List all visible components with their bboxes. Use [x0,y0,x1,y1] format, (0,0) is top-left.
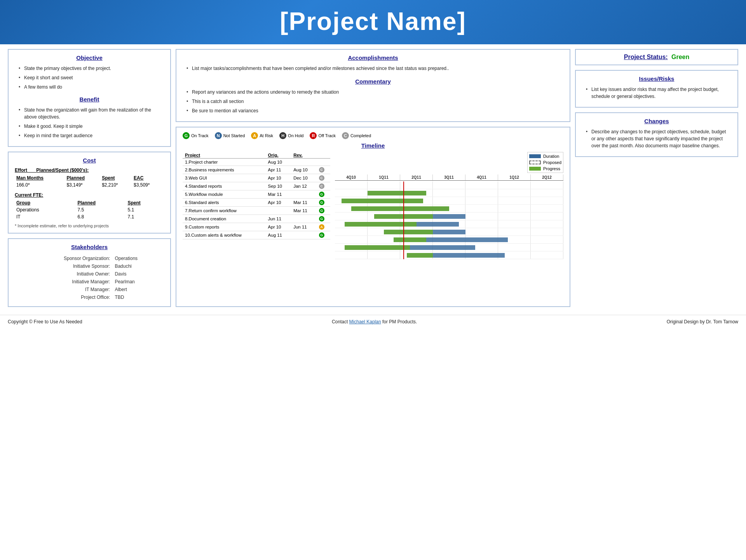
cost-note: * Incomplete estimate, refer to underlyi… [15,223,164,228]
changes-panel: Changes Describe any changes to the proj… [575,112,738,157]
table-row: Project Office:TBD [16,294,163,301]
legend-item: GOn Track [183,132,209,139]
stakeholders-panel: Stakeholders Sponsor Organization:Operat… [8,238,171,307]
table-row: Initiative Sponsor:Baduchi [16,263,163,270]
right-column: Project Status: Green Issues/Risks List … [575,49,738,307]
fte-table: Group Planned Spent Operations 7.5 5.1 I… [15,199,164,220]
gantt-axis-label: 1Q11 [368,174,400,180]
gantt-row [335,213,563,220]
accomplishments-panel: Accomplishments List major tasks/accompl… [176,49,570,122]
table-row: 8.Document creationJun 11G [183,215,330,223]
stakeholders-title: Stakeholders [15,244,164,250]
legend-item: ROff Track [310,132,335,139]
timeline-panel: GOn TrackNNot StartedAAt RiskHOn HoldROf… [176,127,570,307]
table-row: 2.Business requirementsApr 11Aug 10C [183,166,330,174]
table-row: 4.Standard reportsSep 10Jan 12C [183,182,330,190]
table-row: 3.Web GUIApr 10Dec 10C [183,174,330,182]
project-table: Project Orig. Rev. 1.Project charterAug … [183,152,330,239]
gantt-axis-label: 4Q10 [335,174,368,180]
table-row: IT 6.8 7.1 [15,213,164,220]
status-panel: Project Status: Green [575,49,738,65]
legend-item: CCompleted [342,132,371,139]
footer-link[interactable]: Michael Kaplan [349,319,381,324]
gantt-progress-bar [345,245,410,250]
cost-title: Cost [15,157,164,164]
gantt-area: Duration Proposed Progress [335,152,563,259]
list-item: List major tasks/accomplishments that ha… [186,65,563,72]
table-row: Sponsor Organization:Operations [16,255,163,262]
stakeholders-table: Sponsor Organization:OperationsInitiativ… [15,254,164,302]
benefit-list: State how the organization will gain fro… [15,106,164,139]
table-row: Operations 7.5 5.1 [15,206,164,213]
main-content: Objective State the primary objectives o… [0,44,746,312]
benefit-title: Benefit [15,96,164,103]
table-row: 6.Standard alertsApr 10Mar 11G [183,199,330,207]
objective-list: State the primary objectives of the proj… [15,65,164,91]
gantt-row [335,244,563,251]
gantt-row [335,228,563,236]
issues-list: List key issues and/or risks that may af… [582,86,731,100]
list-item: List key issues and/or risks that may af… [586,86,731,100]
gantt-progress-bar [342,199,423,203]
table-row: IT Manager:Albert [16,286,163,293]
table-row: 10.Custom alerts & workflowAug 11G [183,231,330,239]
gantt-row [335,236,563,244]
gantt-axis-label: 2Q11 [400,174,433,180]
accomplishments-list: List major tasks/accomplishments that ha… [183,65,563,72]
gantt-row [335,205,563,213]
gantt-axis: 4Q101Q112Q113Q114Q111Q122Q12 [335,174,563,181]
commentary-title: Commentary [183,78,563,85]
gantt-row [335,251,563,259]
list-item: State how the organization will gain fro… [19,106,164,120]
progress-legend-bar [529,167,541,171]
duration-legend-label: Duration [543,154,560,159]
gantt-axis-label: 2Q12 [531,174,563,180]
center-column: Accomplishments List major tasks/accompl… [176,49,570,307]
timeline-container: Project Orig. Rev. 1.Project charterAug … [183,152,563,259]
list-item: Keep it short and sweet [19,74,164,81]
table-row: 7.Return confirm workflowMar 11G [183,207,330,215]
objective-panel: Objective State the primary objectives o… [8,49,171,147]
timeline-projects: Project Orig. Rev. 1.Project charterAug … [183,152,330,259]
footer-left: Copyright © Free to Use As Needed [8,319,82,324]
table-row: 9.Custom reportsApr 10Jun 11A [183,223,330,231]
gantt-progress-bar [394,237,426,242]
gantt-progress-bar [407,253,433,258]
footer: Copyright © Free to Use As Needed Contac… [0,315,746,328]
table-row: 166.0* $3,149* $2,210* $3,509* [15,181,164,188]
gantt-axis-label: 1Q12 [498,174,531,180]
table-row: 1.Project charterAug 10 [183,159,330,166]
legend-item: NNot Started [215,132,245,139]
list-item: A few items will do [19,84,164,91]
gantt-row [335,181,563,189]
accomplishments-title: Accomplishments [183,54,563,61]
gantt-axis-label: 4Q11 [465,174,498,180]
legend-item: HOn Hold [279,132,303,139]
objective-title: Objective [15,54,164,61]
today-line [403,181,404,259]
gantt-progress-bar [351,206,449,211]
list-item: State the primary objectives of the proj… [19,65,164,72]
footer-center: Contact Michael Kaplan for PM Products. [332,319,417,324]
timeline-title: Timeline [183,142,563,149]
table-row: 5.Workflow moduleMar 11G [183,190,330,199]
footer-right: Original Design by Dr. Tom Tarnow [667,319,738,324]
gantt-progress-bar [384,230,433,234]
page-header: [Project Name] [0,0,746,44]
cost-panel: Cost Effort Planned/Spent ($000's): Man … [8,152,171,234]
legend-item: AAt Risk [251,132,273,139]
issues-title: Issues/Risks [582,75,731,82]
effort-label: Effort Planned/Spent ($000's): [15,167,164,173]
gantt-progress-bar [368,191,426,195]
list-item: Keep in mind the target audience [19,132,164,139]
issues-panel: Issues/Risks List key issues and/or risk… [575,70,738,108]
page-title: [Project Name] [0,7,746,36]
table-row: Initiative Owner:Davis [16,270,163,277]
gantt-row [335,197,563,205]
gantt-legend: Duration Proposed Progress [527,152,563,173]
proposed-legend-label: Proposed [543,160,561,165]
progress-legend-label: Progress [543,166,560,171]
list-item: Report any variances and the actions und… [186,89,563,96]
list-item: Describe any changes to the project obje… [586,128,731,149]
changes-list: Describe any changes to the project obje… [582,128,731,149]
